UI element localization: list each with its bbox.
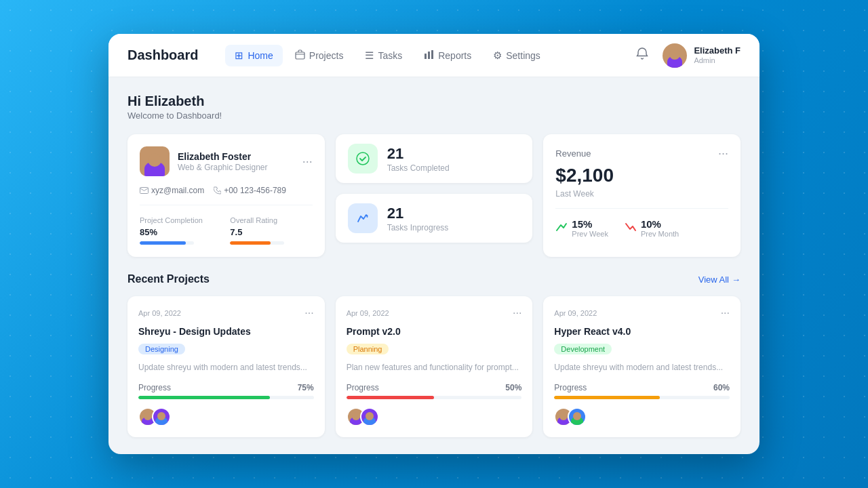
profile-name: Elizabeth Foster: [178, 151, 294, 162]
project-1-more[interactable]: ···: [304, 307, 313, 319]
project-3-progress-label-row: Progress 60%: [554, 383, 730, 392]
team-avatar-6: [568, 407, 587, 426]
project-3-progress-track: [554, 396, 730, 399]
project-1-progress-label-row: Progress 75%: [138, 383, 314, 392]
project-card-3: Apr 09, 2022 ··· Hyper React v4.0 Develo…: [543, 296, 741, 437]
overall-rating-bar: [230, 241, 284, 245]
settings-icon: ⚙: [493, 49, 502, 62]
project-2-progress-label-row: Progress 50%: [347, 383, 522, 392]
svg-point-5: [357, 152, 369, 165]
greeting-title: Hi Elizabeth: [127, 94, 741, 109]
prev-week-info: 15% Prev Week: [572, 218, 608, 238]
project-2-date: Apr 09, 2022: [347, 309, 389, 317]
overall-rating-fill: [230, 241, 271, 245]
prev-month-info: 10% Prev Month: [641, 218, 679, 238]
project-completion-bar: [140, 241, 194, 245]
tasks-completed-label: Tasks Completed: [387, 163, 450, 173]
nav-tasks[interactable]: ☰ Tasks: [355, 45, 412, 66]
header: Dashboard ⊞ Home Projects ☰ Tasks: [108, 34, 760, 77]
project-1-badge: Designing: [138, 344, 185, 354]
arrow-right-icon: →: [732, 274, 741, 285]
project-3-progress-fill: [554, 396, 659, 399]
nav-projects[interactable]: Projects: [285, 45, 353, 66]
main-window: Dashboard ⊞ Home Projects ☰ Tasks: [108, 34, 760, 454]
project-1-header: Apr 09, 2022 ···: [138, 307, 314, 319]
revenue-prev-week: 15% Prev Week: [555, 218, 608, 238]
user-name: Elizabeth F: [694, 45, 741, 56]
project-2-header: Apr 09, 2022 ···: [347, 307, 522, 319]
project-3-name: Hyper React v4.0: [554, 326, 730, 337]
revenue-title: Revenue: [555, 148, 591, 159]
project-3-more[interactable]: ···: [721, 307, 730, 319]
greeting: Hi Elizabeth Welcome to Dashboard!: [127, 94, 741, 121]
svg-rect-2: [428, 52, 430, 59]
nav-home[interactable]: ⊞ Home: [225, 45, 282, 66]
project-1-name: Shreyu - Design Updates: [138, 326, 314, 337]
project-2-more[interactable]: ···: [513, 307, 521, 319]
project-card-1: Apr 09, 2022 ··· Shreyu - Design Updates…: [127, 296, 325, 437]
user-avatar: [663, 43, 687, 68]
tasks-inprogress-label: Tasks Inprogress: [387, 223, 449, 232]
project-3-desc: Update shreyu with modern and latest tre…: [554, 361, 730, 373]
nav: ⊞ Home Projects ☰ Tasks: [225, 45, 633, 66]
team-avatar-2: [152, 407, 171, 426]
greeting-subtitle: Welcome to Dashboard!: [127, 110, 741, 121]
project-2-progress: Progress 50%: [347, 383, 522, 399]
email-icon: [140, 187, 149, 194]
project-completion-stat: Project Completion 85%: [140, 216, 222, 245]
overall-rating-stat: Overall Rating 7.5: [222, 216, 312, 245]
project-3-team: [554, 407, 730, 426]
main-content: Hi Elizabeth Welcome to Dashboard! Eliza…: [108, 77, 760, 454]
project-3-progress: Progress 60%: [554, 383, 730, 399]
notification-button[interactable]: [633, 44, 652, 66]
nav-settings[interactable]: ⚙ Settings: [484, 45, 550, 66]
revenue-stats: 15% Prev Week 10% Prev Month: [555, 218, 728, 238]
recent-projects-header: Recent Projects View All →: [127, 273, 741, 285]
project-1-team: [138, 407, 314, 426]
user-profile[interactable]: Elizabeth F Admin: [663, 43, 741, 68]
revenue-amount: $2,100: [555, 165, 728, 186]
revenue-more-button[interactable]: ···: [718, 146, 728, 161]
project-3-badge: Development: [554, 344, 612, 354]
tasks-inprogress-info: 21 Tasks Inprogress: [387, 205, 449, 232]
logo: Dashboard: [127, 47, 198, 63]
view-all-button[interactable]: View All →: [698, 274, 741, 285]
stats-row: Project Completion 85% Overall Rating 7.…: [140, 216, 313, 245]
arrow-down-icon: [625, 221, 637, 235]
project-2-badge: Planning: [347, 344, 389, 354]
project-1-progress: Progress 75%: [138, 383, 314, 399]
project-1-progress-fill: [138, 396, 270, 399]
tasks-inprogress-count: 21: [387, 205, 449, 222]
tasks-completed-count: 21: [387, 145, 450, 163]
profile-role: Web & Graphic Designer: [178, 163, 294, 172]
home-icon: ⊞: [235, 49, 243, 62]
svg-rect-1: [425, 54, 427, 59]
user-text: Elizabeth F Admin: [694, 45, 741, 65]
user-role: Admin: [694, 56, 741, 65]
revenue-period: Last Week: [555, 189, 728, 209]
phone-contact: +00 123-456-789: [214, 186, 286, 195]
project-2-progress-fill: [347, 396, 434, 399]
projects-grid: Apr 09, 2022 ··· Shreyu - Design Updates…: [127, 296, 741, 437]
revenue-card: Revenue ··· $2,100 Last Week 15%: [543, 134, 741, 257]
project-1-progress-track: [138, 396, 314, 399]
contact-row: xyz@mail.com +00 123-456-789: [140, 186, 313, 205]
project-2-team: [347, 407, 522, 426]
tasks-icon: ☰: [365, 49, 374, 62]
tasks-inprogress-card: 21 Tasks Inprogress: [336, 194, 533, 243]
projects-icon: [295, 49, 305, 62]
svg-rect-3: [431, 50, 433, 59]
reports-icon: [424, 49, 434, 62]
project-3-header: Apr 09, 2022 ···: [554, 307, 730, 319]
email-contact: xyz@mail.com: [140, 186, 204, 195]
revenue-prev-month: 10% Prev Month: [625, 218, 679, 238]
project-1-date: Apr 09, 2022: [138, 309, 181, 317]
revenue-header: Revenue ···: [555, 146, 728, 161]
tasks-completed-icon: [348, 144, 378, 174]
profile-more-button[interactable]: ···: [302, 155, 313, 169]
project-card-2: Apr 09, 2022 ··· Prompt v2.0 Planning Pl…: [336, 296, 533, 437]
profile-avatar: [140, 146, 170, 176]
project-2-desc: Plan new features and functionality for …: [347, 361, 522, 373]
nav-reports[interactable]: Reports: [414, 45, 481, 66]
project-2-progress-track: [347, 396, 522, 399]
